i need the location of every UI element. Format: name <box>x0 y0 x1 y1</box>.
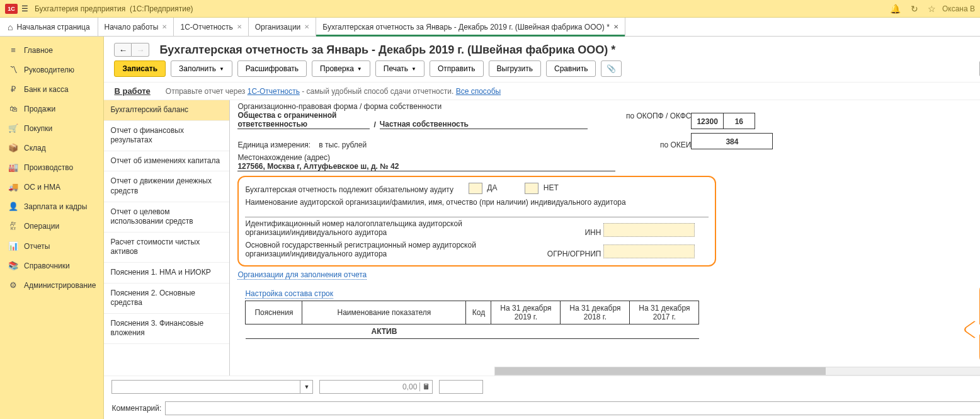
caret-down-icon: ▼ <box>411 66 416 72</box>
app-title: Бухгалтерия предприятия (1С:Предприятие) <box>35 4 882 13</box>
tab-nachalo[interactable]: Начало работы✕ <box>98 18 174 36</box>
report-area[interactable]: Организационно-правовая форма / форма со… <box>230 100 980 376</box>
close-icon[interactable]: ✕ <box>613 23 618 30</box>
okopf-label: по ОКОПФ / ОКФС <box>615 112 691 120</box>
nav-production[interactable]: 🏭Производство <box>0 158 103 177</box>
compare-button[interactable]: Сравнить <box>546 60 596 77</box>
factory-icon: 🏭 <box>8 163 19 172</box>
nav-catalogs[interactable]: 📚Справочники <box>0 256 103 275</box>
status-row: В работе Отправьте отчет через 1С-Отчетн… <box>104 82 980 100</box>
horizontal-scrollbar[interactable] <box>494 367 980 376</box>
nav-admin[interactable]: ⚙Администрирование <box>0 275 103 295</box>
checkbox-no[interactable] <box>525 183 538 194</box>
report-sections-list: Бухгалтерский баланс Отчет о финансовых … <box>104 100 230 376</box>
okei-label: по ОКЕИ <box>615 141 691 149</box>
okfs-code[interactable]: 16 <box>724 113 755 129</box>
save-button[interactable]: Записать <box>114 60 166 77</box>
no-label: НЕТ <box>544 183 559 192</box>
ogrn-code-label: ОГРН/ОГРНИП <box>510 250 601 258</box>
section-expl3[interactable]: Пояснения 3. Финансовые вложения <box>104 314 229 344</box>
comment-label: Комментарий: <box>111 404 161 413</box>
okei-code[interactable]: 384 <box>691 133 773 149</box>
tab-report-active[interactable]: Бухгалтерская отчетность за Январь - Дек… <box>316 18 625 36</box>
bell-icon[interactable]: 🔔 <box>890 4 901 14</box>
balance-table: Пояснения Наименование показателя Код На… <box>245 301 699 339</box>
num-placeholder: 0,00 <box>320 382 419 391</box>
print-button[interactable]: Печать▼ <box>375 60 424 77</box>
toolbar: Записать Заполнить▼ Расшифровать Проверк… <box>104 60 980 82</box>
send-button[interactable]: Отправить <box>430 60 484 77</box>
ownership-sep: / <box>373 120 375 129</box>
close-icon[interactable]: ✕ <box>304 23 309 30</box>
nav-os-nma[interactable]: 🚚ОС и НМА <box>0 177 103 197</box>
org-form-label: Организационно-правовая форма / форма со… <box>237 102 615 111</box>
section-fin-results[interactable]: Отчет о финансовых результатах <box>104 121 229 151</box>
section-expl1[interactable]: Пояснения 1. НМА и НИОКР <box>104 263 229 284</box>
address-value[interactable]: 127566, Москва г, Алтуфьевское ш, д. № 4… <box>237 162 615 171</box>
tab-1c-otchetnost[interactable]: 1С-Отчетность✕ <box>174 18 248 36</box>
decode-button[interactable]: Расшифровать <box>237 60 307 77</box>
auditor-ogrn-label: Основной государственный регистрационный… <box>245 241 510 258</box>
books-icon: 📚 <box>8 261 19 270</box>
close-icon[interactable]: ✕ <box>237 23 242 30</box>
fill-button[interactable]: Заполнить▼ <box>171 60 232 77</box>
page-title: Бухгалтерская отчетность за Январь - Дек… <box>159 43 980 57</box>
section-cashflow[interactable]: Отчет о движении денежных средств <box>104 171 229 202</box>
th-2018: На 31 декабря 2018 г. <box>561 301 630 324</box>
nav-label: Склад <box>24 144 46 152</box>
left-sections-panel: ≡Главное 〽Руководителю ₽Банк и касса 🛍Пр… <box>0 37 104 419</box>
section-balance[interactable]: Бухгалтерский баланс <box>104 100 229 121</box>
status-message: Отправьте отчет через 1С-Отчетность - са… <box>166 87 501 96</box>
section-net-assets[interactable]: Расчет стоимости чистых активов <box>104 232 229 263</box>
current-user[interactable]: Оксана В <box>942 4 975 13</box>
link-row-settings[interactable]: Настройка состава строк <box>245 289 333 299</box>
okopf-code[interactable]: 12300 <box>691 113 723 129</box>
tab-label: Организации <box>255 23 301 32</box>
section-target-use[interactable]: Отчет о целевом использовании средств <box>104 202 229 232</box>
calculator-icon[interactable]: 🖩 <box>419 382 432 391</box>
back-button[interactable]: ← <box>114 43 132 57</box>
link-orgs-for-report[interactable]: Организации для заполнения отчета <box>237 270 367 280</box>
check-button[interactable]: Проверка▼ <box>312 60 370 77</box>
nav-label: Отчеты <box>24 242 50 251</box>
logo-1c: 1C <box>5 4 18 14</box>
nav-sales[interactable]: 🛍Продажи <box>0 99 103 118</box>
close-icon[interactable]: ✕ <box>162 23 167 30</box>
footer-small-input[interactable] <box>439 380 483 394</box>
section-expl2[interactable]: Пояснения 2. Основные средства <box>104 284 229 314</box>
footer-number-input[interactable]: 0,00🖩 <box>319 380 433 394</box>
auditor-inn-input[interactable] <box>603 223 695 237</box>
tab-label: Бухгалтерская отчетность за Январь - Дек… <box>322 23 610 32</box>
attach-button[interactable]: 📎 <box>601 60 622 77</box>
th-explanations: Пояснения <box>246 301 302 324</box>
history-icon[interactable]: ↻ <box>911 4 918 14</box>
nav-label: Главное <box>24 46 53 55</box>
nav-main[interactable]: ≡Главное <box>0 40 103 60</box>
auditor-ogrn-input[interactable] <box>603 244 695 258</box>
main-menu-icon[interactable]: ☰ <box>21 4 28 13</box>
link-1c-otchetnost[interactable]: 1С-Отчетность <box>248 87 300 96</box>
home-icon: ⌂ <box>8 22 13 32</box>
forward-button[interactable]: → <box>132 43 149 57</box>
chevron-down-icon[interactable]: ▼ <box>300 381 312 393</box>
nav-purchases[interactable]: 🛒Покупки <box>0 118 103 138</box>
unit-value: в тыс. рублей <box>319 141 367 149</box>
nav-operations[interactable]: ДтКтОперации <box>0 216 103 236</box>
star-icon[interactable]: ☆ <box>928 4 936 14</box>
home-tab[interactable]: ⌂ Начальная страница <box>0 18 98 36</box>
footer-combo[interactable]: ▼ <box>111 380 313 394</box>
nav-manager[interactable]: 〽Руководителю <box>0 60 103 79</box>
status-label[interactable]: В работе <box>114 86 150 96</box>
nav-bank[interactable]: ₽Банк и касса <box>0 79 103 99</box>
link-all-ways[interactable]: Все способы <box>456 87 501 96</box>
nav-reports[interactable]: 📊Отчеты <box>0 236 103 256</box>
export-button[interactable]: Выгрузить <box>489 60 542 77</box>
org-form-value2: ответственностью <box>237 120 370 129</box>
section-capital[interactable]: Отчет об изменениях капитала <box>104 151 229 172</box>
nav-warehouse[interactable]: 📦Склад <box>0 138 103 158</box>
paperclip-icon: 📎 <box>607 64 616 73</box>
tab-organizacii[interactable]: Организации✕ <box>249 18 317 36</box>
checkbox-yes[interactable] <box>469 183 482 194</box>
comment-input[interactable] <box>165 401 980 415</box>
nav-salary[interactable]: 👤Зарплата и кадры <box>0 197 103 216</box>
